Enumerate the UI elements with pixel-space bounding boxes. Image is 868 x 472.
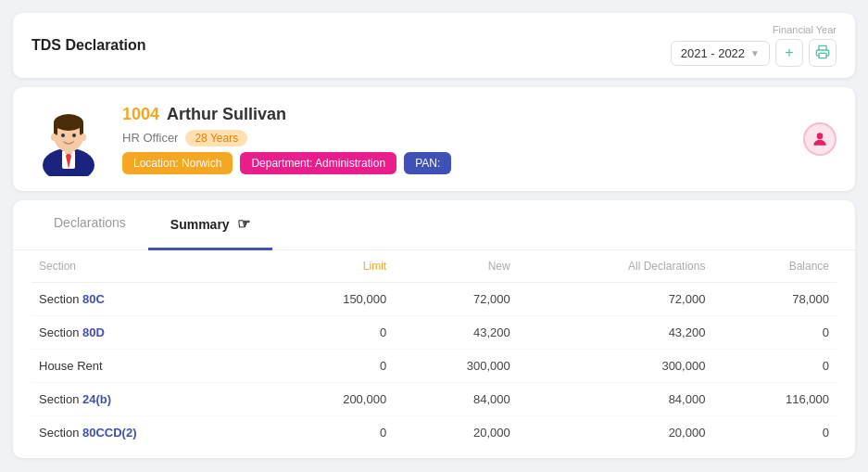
tab-declarations[interactable]: Declarations xyxy=(31,200,148,250)
table-container: Section Limit New All Declarations Balan… xyxy=(13,250,855,458)
print-button[interactable] xyxy=(809,39,837,67)
tab-summary[interactable]: Summary ☞ xyxy=(148,200,272,250)
col-all-declarations: All Declarations xyxy=(518,250,713,283)
svg-rect-0 xyxy=(819,53,826,57)
svg-point-12 xyxy=(81,134,86,141)
add-button[interactable]: + xyxy=(775,39,803,67)
employee-photo-button[interactable] xyxy=(803,122,837,156)
cell-limit: 0 xyxy=(270,416,395,450)
cell-limit: 0 xyxy=(270,350,395,383)
svg-rect-7 xyxy=(54,122,57,135)
years-badge: 28 Years xyxy=(185,130,247,147)
cell-limit: 0 xyxy=(270,316,395,350)
cell-all-declarations: 84,000 xyxy=(518,383,713,416)
cell-section: Section 24(b) xyxy=(31,383,270,416)
summary-table: Section Limit New All Declarations Balan… xyxy=(31,250,837,449)
cell-new: 300,000 xyxy=(394,350,518,383)
tab-declarations-label: Declarations xyxy=(54,215,126,230)
financial-year-section: Financial Year 2021 - 2022 ▼ + xyxy=(671,24,837,67)
employee-role: HR Officer xyxy=(122,131,178,145)
svg-point-6 xyxy=(54,114,83,131)
employee-card: 1004 Arthur Sullivan HR Officer 28 Years… xyxy=(13,87,855,191)
tab-summary-label: Summary xyxy=(170,217,230,232)
table-row: Section 80CCD(2)020,00020,0000 xyxy=(31,416,837,450)
employee-name: Arthur Sullivan xyxy=(167,105,286,124)
employee-name-row: 1004 Arthur Sullivan xyxy=(122,105,451,124)
svg-point-9 xyxy=(61,134,65,137)
pan-tag[interactable]: PAN: xyxy=(404,152,451,174)
cell-section: Section 80CCD(2) xyxy=(31,416,270,450)
cell-balance: 78,000 xyxy=(712,283,837,316)
avatar xyxy=(31,102,106,176)
cell-limit: 150,000 xyxy=(270,283,395,316)
cell-new: 72,000 xyxy=(394,283,518,316)
employee-meta: HR Officer 28 Years xyxy=(122,130,451,147)
cell-section: Section 80C xyxy=(31,283,270,316)
table-row: Section 80D043,20043,2000 xyxy=(31,316,837,350)
cell-all-declarations: 72,000 xyxy=(518,283,713,316)
tags-row: Location: Norwich Department: Administra… xyxy=(122,152,451,174)
svg-point-13 xyxy=(817,133,824,139)
svg-point-11 xyxy=(51,134,57,141)
col-section: Section xyxy=(31,250,270,283)
table-row: House Rent0300,000300,0000 xyxy=(31,350,837,383)
cell-balance: 0 xyxy=(712,416,837,450)
employee-left: 1004 Arthur Sullivan HR Officer 28 Years… xyxy=(31,102,451,176)
content-card: Declarations Summary ☞ Section Limit New… xyxy=(13,200,855,458)
employee-id: 1004 xyxy=(122,105,159,124)
cursor-icon: ☞ xyxy=(237,215,250,233)
cell-section: Section 80D xyxy=(31,316,270,350)
header-card: TDS Declaration Financial Year 2021 - 20… xyxy=(13,13,855,78)
cell-new: 43,200 xyxy=(394,316,518,350)
chevron-down-icon: ▼ xyxy=(750,48,760,58)
tabs: Declarations Summary ☞ xyxy=(13,200,855,250)
cell-balance: 0 xyxy=(712,316,837,350)
plus-icon: + xyxy=(785,45,793,61)
fy-controls: 2021 - 2022 ▼ + xyxy=(671,39,837,67)
table-header-row: Section Limit New All Declarations Balan… xyxy=(31,250,837,283)
financial-year-dropdown[interactable]: 2021 - 2022 ▼ xyxy=(671,41,770,66)
table-row: Section 24(b)200,00084,00084,000116,000 xyxy=(31,383,837,416)
employee-info: 1004 Arthur Sullivan HR Officer 28 Years… xyxy=(122,105,451,174)
cell-balance: 116,000 xyxy=(712,383,837,416)
financial-year-value: 2021 - 2022 xyxy=(681,46,745,60)
cell-balance: 0 xyxy=(712,350,837,383)
col-limit: Limit xyxy=(270,250,395,283)
location-tag[interactable]: Location: Norwich xyxy=(122,152,233,174)
financial-year-label: Financial Year xyxy=(773,24,837,35)
cell-all-declarations: 300,000 xyxy=(518,350,713,383)
cell-limit: 200,000 xyxy=(270,383,395,416)
col-balance: Balance xyxy=(712,250,837,283)
cell-new: 84,000 xyxy=(394,383,518,416)
department-tag[interactable]: Department: Administration xyxy=(240,152,396,174)
table-row: Section 80C150,00072,00072,00078,000 xyxy=(31,283,837,316)
app-title: TDS Declaration xyxy=(31,37,146,54)
svg-point-10 xyxy=(72,134,76,137)
printer-icon xyxy=(815,45,830,62)
cell-all-declarations: 43,200 xyxy=(518,316,713,350)
col-new: New xyxy=(394,250,518,283)
cell-all-declarations: 20,000 xyxy=(518,416,713,450)
cell-new: 20,000 xyxy=(394,416,518,450)
svg-rect-8 xyxy=(80,122,83,135)
cell-section: House Rent xyxy=(31,350,270,383)
